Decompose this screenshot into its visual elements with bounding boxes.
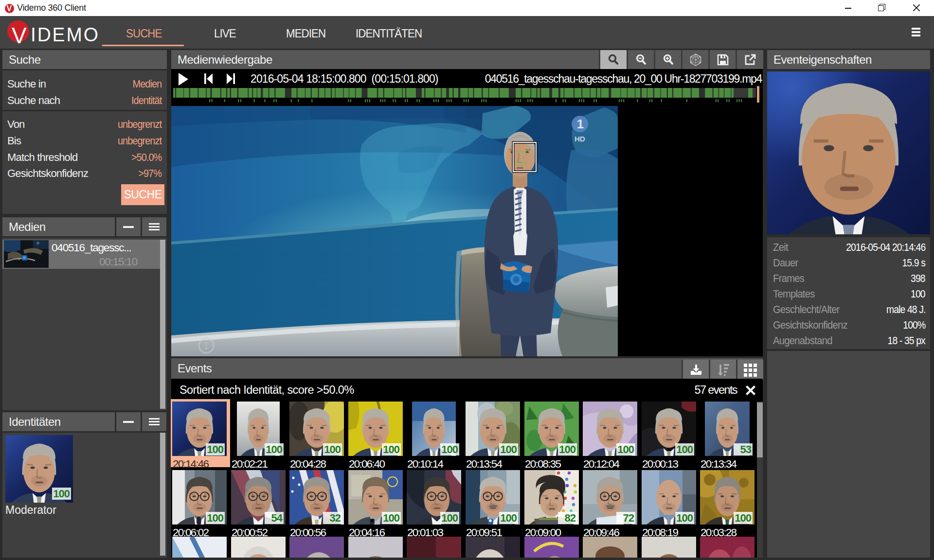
svg-text:HD: HD [575, 135, 585, 143]
svg-text:1: 1 [577, 117, 584, 131]
svg-text:1: 1 [203, 340, 209, 351]
